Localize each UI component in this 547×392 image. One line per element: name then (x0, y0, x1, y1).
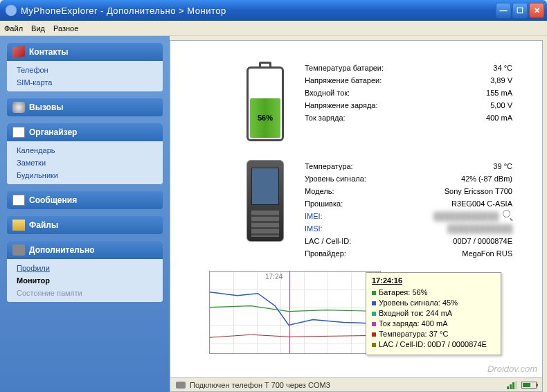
info-value: 155 mA (486, 87, 512, 99)
tooltip-text: Батарея: 56% (379, 287, 427, 298)
info-value: 39 °C (493, 160, 512, 172)
maximize-button[interactable]: ☐ (512, 3, 528, 18)
menu-view[interactable]: Вид (31, 24, 45, 33)
main-container: Контакты Телефон SIM-карта Вызовы Органа… (0, 36, 547, 392)
sidebar-item-phone[interactable]: Телефон (7, 64, 163, 76)
info-key: Прошивка: (305, 197, 451, 210)
menu-file[interactable]: Файл (4, 24, 23, 33)
phone-info-table: Температура:39 °CУровень сигнала:42% (-8… (305, 160, 512, 260)
panel-calls: Вызовы (7, 98, 163, 116)
legend-dot (372, 322, 376, 326)
info-key: IMEI: (305, 210, 433, 222)
tooltip-text: Входной ток: 244 mA (379, 308, 452, 319)
minimize-button[interactable]: — (496, 3, 511, 18)
panel-title: Вызовы (29, 103, 64, 112)
tooltip-row: Батарея: 56% (372, 287, 495, 298)
info-value: 00D7 / 0000874E (453, 235, 512, 247)
content-area: 56% Температура батареи:34 °CНапряжение … (170, 40, 543, 392)
panel-body-organizer: Календарь Заметки Будильники (7, 141, 163, 184)
close-button[interactable]: ✕ (529, 3, 544, 18)
panel-extra: Дополнительно Профили Монитор Состояние … (7, 241, 163, 302)
info-key: Температура: (305, 160, 493, 172)
info-row: Уровень сигнала:42% (-87 dBm) (305, 172, 512, 185)
panel-header-files[interactable]: Файлы (7, 216, 163, 234)
panel-header-contacts[interactable]: Контакты (7, 43, 163, 61)
info-value: ████████████ (447, 222, 512, 235)
battery-graphic: 56% (246, 62, 284, 143)
window-title: MyPhoneExplorer - Дополнительно > Монито… (21, 6, 496, 16)
info-value: 3,89 V (490, 74, 512, 87)
info-row: Ток заряда:400 mA (305, 112, 512, 124)
sidebar-item-notes[interactable]: Заметки (7, 157, 163, 169)
sidebar-item-calendar[interactable]: Календарь (7, 144, 163, 157)
info-value: 34 °C (493, 62, 512, 74)
statusbar-battery-icon (521, 382, 537, 389)
panel-header-messages[interactable]: Сообщения (7, 191, 163, 209)
phone-section: Температура:39 °CУровень сигнала:42% (-8… (246, 160, 528, 260)
tooltip-text: LAC / Cell-ID: 00D7 / 0000874E (379, 339, 487, 350)
panel-organizer: Органайзер Календарь Заметки Будильники (7, 123, 163, 184)
info-value: 5,00 V (490, 99, 512, 112)
statusbar: Подключен телефон T 700 через COM3 (170, 377, 542, 391)
info-value: 42% (-87 dBm) (461, 172, 512, 185)
panel-header-calls[interactable]: Вызовы (7, 98, 163, 116)
info-key: Уровень сигнала: (305, 172, 461, 185)
info-key: LAC / Cell-ID: (305, 235, 453, 247)
info-key: Провайдер: (305, 247, 462, 260)
files-icon (12, 220, 25, 231)
panel-title: Органайзер (29, 127, 77, 137)
sidebar-item-profiles[interactable]: Профили (7, 262, 163, 274)
statusbar-text: Подключен телефон T 700 через COM3 (190, 381, 330, 389)
info-value: 400 mA (486, 112, 512, 124)
info-value: R3EG004 C-ASIA (451, 197, 512, 210)
window-controls: — ☐ ✕ (496, 3, 544, 18)
panel-messages: Сообщения (7, 191, 163, 209)
phone-graphic (246, 160, 284, 242)
statusbar-phone-icon (176, 382, 186, 389)
info-key: Ток заряда: (305, 112, 486, 124)
monitor-chart[interactable]: 17:24 (209, 271, 381, 354)
calls-icon (12, 102, 25, 113)
tooltip-title: 17:24:16 (372, 276, 495, 286)
panel-body-contacts: Телефон SIM-карта (7, 61, 163, 91)
info-key: Модель: (305, 185, 445, 197)
signal-icon (507, 381, 517, 389)
info-row: Модель:Sony Ericsson T700 (305, 185, 512, 197)
info-key: Входной ток: (305, 87, 486, 99)
contacts-icon (12, 45, 25, 58)
info-key: Напряжение батареи: (305, 74, 490, 87)
panel-header-organizer[interactable]: Органайзер (7, 123, 163, 141)
tooltip-row: Входной ток: 244 mA (372, 308, 495, 319)
info-row: IMSI:████████████ (305, 222, 512, 235)
legend-dot (372, 301, 376, 305)
menu-misc[interactable]: Разное (53, 24, 78, 33)
titlebar: MyPhoneExplorer - Дополнительно > Монито… (0, 0, 547, 21)
info-row: Температура:39 °C (305, 160, 512, 172)
tooltip-row: Температура: 37 °C (372, 329, 495, 339)
panel-header-extra[interactable]: Дополнительно (7, 241, 163, 259)
messages-icon (12, 195, 25, 206)
tools-icon (12, 244, 25, 256)
info-row: LAC / Cell-ID:00D7 / 0000874E (305, 235, 512, 247)
battery-percent-label: 56% (250, 98, 280, 138)
info-row: Напряжение заряда:5,00 V (305, 99, 512, 112)
chart-tooltip: 17:24:16 Батарея: 56%Уровень сигнала: 45… (366, 272, 501, 355)
chart-section: 17:24 17:24:16 Батарея: 56%Уровень сигна… (209, 271, 528, 354)
tooltip-row: Ток заряда: 400 mA (372, 319, 495, 329)
magnifier-icon[interactable] (503, 210, 512, 220)
tooltip-text: Ток заряда: 400 mA (379, 319, 448, 329)
info-key: Температура батареи: (305, 62, 493, 74)
tooltip-row: LAC / Cell-ID: 00D7 / 0000874E (372, 339, 495, 350)
sidebar: Контакты Телефон SIM-карта Вызовы Органа… (0, 36, 170, 392)
battery-section: 56% Температура батареи:34 °CНапряжение … (246, 62, 528, 143)
info-key: IMSI: (305, 222, 447, 235)
info-row: IMEI:████████████ (305, 210, 512, 222)
sidebar-item-monitor[interactable]: Монитор (7, 274, 163, 287)
app-icon (6, 5, 17, 16)
sidebar-item-alarms[interactable]: Будильники (7, 169, 163, 181)
sidebar-item-sim[interactable]: SIM-карта (7, 76, 163, 89)
tooltip-text: Температура: 37 °C (379, 329, 448, 339)
sidebar-item-memory[interactable]: Состояние памяти (7, 287, 163, 299)
legend-dot (372, 332, 376, 337)
panel-contacts: Контакты Телефон SIM-карта (7, 43, 163, 91)
